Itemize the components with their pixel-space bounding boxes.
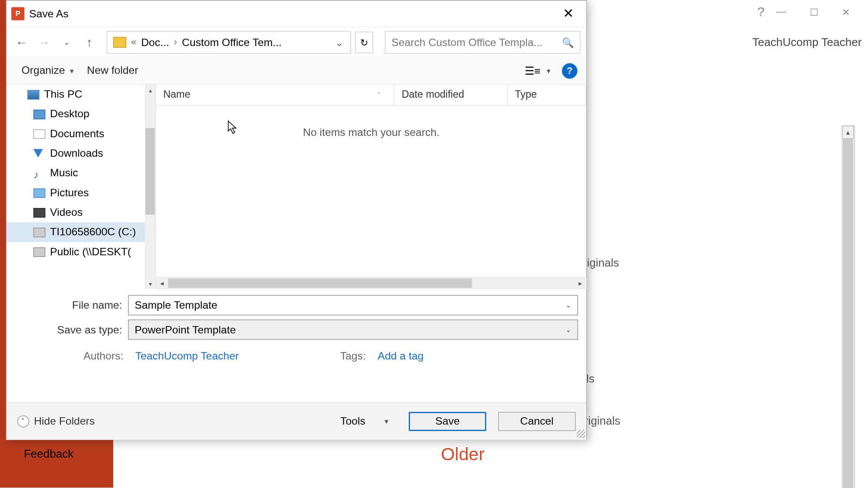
navigation-bar: ← → ⌄ ↑ « Doc... › Custom Office Tem... … xyxy=(7,27,586,57)
tree-label: Public (\\DESKT( xyxy=(50,246,131,258)
folder-tree: This PC Desktop Documents Downloads ♪ Mu… xyxy=(7,85,156,289)
view-options-button[interactable]: ☰≡ ▼ xyxy=(522,61,555,80)
search-icon[interactable]: 🔍 xyxy=(562,36,574,48)
tree-label: This PC xyxy=(44,88,82,101)
tags-label: Tags: xyxy=(340,350,366,363)
savetype-value: PowerPoint Template xyxy=(135,323,236,336)
column-date[interactable]: Date modified xyxy=(395,85,508,105)
hide-folders-button[interactable]: ˄ Hide Folders xyxy=(17,415,95,428)
tree-label: Desktop xyxy=(50,108,89,121)
address-dropdown-icon[interactable]: ⌄ xyxy=(332,36,347,48)
breadcrumb-seg-2[interactable]: Custom Office Tem... xyxy=(180,36,284,49)
save-button[interactable]: Save xyxy=(409,412,486,431)
empty-message: No items match your search. xyxy=(156,106,586,139)
tree-item-pictures[interactable]: Pictures xyxy=(7,183,155,203)
address-bar[interactable]: « Doc... › Custom Office Tem... ⌄ xyxy=(107,31,351,53)
scroll-thumb[interactable] xyxy=(168,278,472,288)
pictures-icon xyxy=(33,188,45,198)
chevron-down-icon: ▼ xyxy=(545,67,552,74)
save-form: File name: Sample Template ⌄ Save as typ… xyxy=(7,289,586,369)
tree-item-downloads[interactable]: Downloads xyxy=(7,144,155,163)
tools-label: Tools xyxy=(340,415,365,428)
up-button[interactable]: ↑ xyxy=(80,33,98,51)
maximize-icon[interactable]: ☐ xyxy=(810,6,818,17)
chevron-down-icon[interactable]: ⌄ xyxy=(566,326,572,334)
tags-value[interactable]: Add a tag xyxy=(378,350,424,363)
column-name[interactable]: Name ˄ xyxy=(156,85,395,105)
chevron-down-icon: ▼ xyxy=(69,67,75,74)
tools-button[interactable]: Tools ▼ xyxy=(333,411,397,431)
hide-folders-label: Hide Folders xyxy=(34,415,95,428)
tree-label: Documents xyxy=(50,128,104,140)
tree-item-public[interactable]: Public (\\DESKT( ⌄ xyxy=(7,242,155,261)
minimize-icon[interactable]: — xyxy=(776,6,786,17)
close-icon[interactable]: ✕ xyxy=(842,6,850,17)
view-icon: ☰≡ xyxy=(525,64,540,77)
tree-item-thispc[interactable]: This PC xyxy=(7,85,155,104)
back-button[interactable]: ← xyxy=(13,33,30,51)
tree-label: TI10658600C (C:) xyxy=(50,226,136,238)
column-label: Type xyxy=(515,89,537,101)
scroll-right-icon[interactable]: ▸ xyxy=(575,277,586,289)
search-box[interactable]: 🔍 xyxy=(385,31,580,53)
powerpoint-icon: P xyxy=(11,7,24,20)
content-scrollbar[interactable]: ▲ ▼ xyxy=(842,125,855,488)
scroll-up-icon[interactable]: ▴ xyxy=(145,85,156,96)
refresh-button[interactable]: ↻ xyxy=(355,32,373,53)
filename-input[interactable]: Sample Template ⌄ xyxy=(128,295,578,316)
user-label: TeachUcomp Teacher xyxy=(753,36,862,49)
tree-label: Videos xyxy=(50,206,82,219)
help-icon[interactable]: ? xyxy=(757,4,765,20)
authors-label: Authors: xyxy=(83,350,123,363)
chevron-down-icon[interactable]: ⌄ xyxy=(566,301,572,309)
horizontal-scrollbar[interactable]: ◂ ▸ xyxy=(156,277,586,289)
history-dropdown[interactable]: ⌄ xyxy=(58,33,76,51)
scroll-thumb[interactable] xyxy=(145,128,155,214)
tree-scrollbar[interactable]: ▴ ▾ xyxy=(145,85,156,289)
pc-icon xyxy=(27,90,39,99)
help-button[interactable]: ? xyxy=(562,63,578,79)
tree-item-drive-c[interactable]: TI10658600C (C:) xyxy=(7,222,155,242)
drive-icon xyxy=(33,228,45,237)
scroll-up-icon[interactable]: ▲ xyxy=(842,126,854,139)
folder-icon xyxy=(113,37,126,48)
document-icon xyxy=(33,129,45,138)
cancel-button[interactable]: Cancel xyxy=(498,412,575,431)
forward-button[interactable]: → xyxy=(35,33,53,51)
scroll-left-icon[interactable]: ◂ xyxy=(156,277,168,289)
desktop-icon xyxy=(33,109,45,119)
tree-label: Music xyxy=(50,167,78,179)
music-icon: ♪ xyxy=(33,168,45,178)
tree-item-videos[interactable]: Videos xyxy=(7,203,155,222)
dialog-titlebar: P Save As ✕ xyxy=(7,0,586,27)
network-drive-icon xyxy=(33,247,45,257)
organize-label: Organize xyxy=(21,64,65,77)
chevron-down-icon: ▼ xyxy=(383,418,390,425)
tree-item-desktop[interactable]: Desktop xyxy=(7,104,155,124)
sidebar-item-feedback[interactable]: Feedback xyxy=(0,439,113,470)
window-controls: — ☐ ✕ xyxy=(776,6,850,17)
new-folder-button[interactable]: New folder xyxy=(81,61,145,80)
filename-label: File name: xyxy=(15,299,128,312)
close-button[interactable]: ✕ xyxy=(551,2,586,26)
dialog-footer: ˄ Hide Folders Tools ▼ Save Cancel xyxy=(7,402,586,439)
column-label: Date modified xyxy=(401,89,464,101)
savetype-select[interactable]: PowerPoint Template ⌄ xyxy=(128,320,578,340)
breadcrumb-seg-1[interactable]: Doc... xyxy=(139,36,172,49)
authors-value[interactable]: TeachUcomp Teacher xyxy=(135,350,239,363)
scroll-down-icon[interactable]: ▾ xyxy=(145,278,156,289)
file-list: Name ˄ Date modified Type No items match… xyxy=(156,85,586,289)
scroll-thumb[interactable] xyxy=(842,139,853,488)
cursor-icon xyxy=(227,120,238,138)
save-as-dialog: P Save As ✕ ← → ⌄ ↑ « Doc... › Custom Of… xyxy=(6,0,587,440)
column-type[interactable]: Type xyxy=(508,85,586,105)
chevron-left-icon[interactable]: « xyxy=(129,37,139,48)
tree-item-music[interactable]: ♪ Music xyxy=(7,163,155,183)
organize-button[interactable]: Organize ▼ xyxy=(16,61,81,80)
collapse-icon: ˄ xyxy=(17,415,29,427)
older-heading: Older xyxy=(441,444,485,465)
dialog-toolbar: Organize ▼ New folder ☰≡ ▼ ? xyxy=(7,57,586,85)
search-input[interactable] xyxy=(391,36,562,49)
tree-item-documents[interactable]: Documents xyxy=(7,124,155,144)
resize-grip[interactable] xyxy=(577,430,585,438)
